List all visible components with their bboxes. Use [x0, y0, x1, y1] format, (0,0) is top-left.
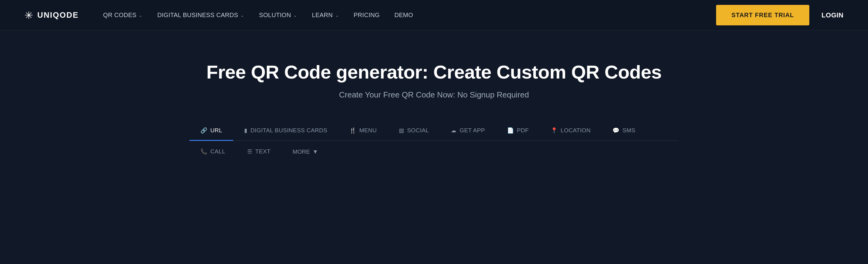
logo-text: UNIQODE [37, 10, 79, 20]
hero-subtitle: Create Your Free QR Code Now: No Signup … [339, 90, 529, 100]
tab-location[interactable]: 📍 LOCATION [540, 121, 601, 141]
nav-items: QR CODES ⌄ DIGITAL BUSINESS CARDS ⌄ SOLU… [103, 11, 698, 19]
tab-label: MENU [359, 127, 376, 134]
menu-icon: 🍴 [349, 127, 356, 134]
tab-social[interactable]: ▧ SOCIAL [388, 121, 440, 141]
text-icon: ☰ [247, 148, 252, 155]
tab-digital-business-cards[interactable]: ▮ DIGITAL BUSINESS CARDS [233, 121, 338, 141]
tab-get-app[interactable]: ☁ GET APP [440, 121, 496, 141]
chevron-down-icon: ⌄ [241, 13, 244, 18]
chevron-down-icon: ⌄ [293, 13, 297, 18]
tabs-row2: 📞 CALL ☰ TEXT MORE ▼ [189, 141, 679, 162]
nav-item-pricing[interactable]: PRICING [353, 11, 380, 19]
tab-label: CALL [210, 148, 225, 155]
nav-right: START FREE TRIAL LOGIN [716, 5, 843, 25]
tab-pdf[interactable]: 📄 PDF [496, 121, 540, 141]
tab-sms[interactable]: 💬 SMS [601, 121, 646, 141]
chevron-down-icon: ⌄ [139, 13, 143, 18]
hero-title: Free QR Code generator: Create Custom QR… [206, 61, 661, 83]
tabs-container: 🔗 URL ▮ DIGITAL BUSINESS CARDS 🍴 MENU ▧ … [189, 121, 679, 162]
logo-icon: ✳ [25, 9, 33, 22]
tab-label: GET APP [460, 127, 485, 134]
tab-call[interactable]: 📞 CALL [189, 142, 236, 162]
tab-label: MORE [292, 148, 310, 155]
start-free-trial-button[interactable]: START FREE TRIAL [716, 5, 809, 25]
card-icon: ▮ [244, 127, 247, 134]
tab-label: URL [210, 127, 222, 134]
phone-icon: 📞 [200, 148, 207, 155]
nav-item-qr-codes[interactable]: QR CODES ⌄ [103, 11, 143, 19]
tab-label: TEXT [255, 148, 271, 155]
tab-label: PDF [517, 127, 529, 134]
cloud-icon: ☁ [451, 127, 456, 134]
tabs-row1: 🔗 URL ▮ DIGITAL BUSINESS CARDS 🍴 MENU ▧ … [189, 121, 679, 141]
nav-item-demo[interactable]: DEMO [394, 11, 413, 19]
link-icon: 🔗 [200, 127, 207, 134]
nav-label: DEMO [394, 11, 413, 19]
nav-label: LEARN [312, 11, 333, 19]
nav-label: QR CODES [103, 11, 136, 19]
nav-label: SOLUTION [259, 11, 291, 19]
social-icon: ▧ [399, 127, 404, 134]
navbar: ✳ UNIQODE QR CODES ⌄ DIGITAL BUSINESS CA… [0, 0, 868, 31]
tab-label: LOCATION [561, 127, 590, 134]
logo[interactable]: ✳ UNIQODE [25, 9, 79, 22]
login-button[interactable]: LOGIN [822, 11, 843, 19]
nav-label: PRICING [353, 11, 380, 19]
nav-item-digital-business-cards[interactable]: DIGITAL BUSINESS CARDS ⌄ [157, 11, 245, 19]
sms-icon: 💬 [613, 127, 619, 134]
hero-section: Free QR Code generator: Create Custom QR… [0, 31, 868, 162]
tab-more[interactable]: MORE ▼ [281, 143, 329, 160]
tab-label: DIGITAL BUSINESS CARDS [251, 127, 328, 134]
pdf-icon: 📄 [507, 127, 514, 134]
nav-item-solution[interactable]: SOLUTION ⌄ [259, 11, 298, 19]
location-icon: 📍 [551, 127, 557, 134]
chevron-down-icon: ▼ [312, 148, 318, 155]
tab-label: SMS [623, 127, 636, 134]
tab-text[interactable]: ☰ TEXT [236, 142, 281, 162]
nav-label: DIGITAL BUSINESS CARDS [157, 11, 238, 19]
tab-url[interactable]: 🔗 URL [189, 121, 233, 141]
chevron-down-icon: ⌄ [335, 13, 339, 18]
tab-menu[interactable]: 🍴 MENU [338, 121, 388, 141]
nav-item-learn[interactable]: LEARN ⌄ [312, 11, 339, 19]
tab-label: SOCIAL [407, 127, 429, 134]
